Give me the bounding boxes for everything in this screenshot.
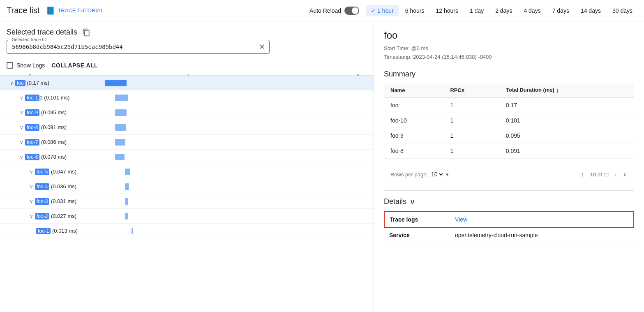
table-row[interactable]: ∨ foo-3 (0.031 ms) [0, 194, 374, 209]
span-bar-container [115, 153, 374, 161]
pagination-nav: 1 – 10 of 11 ‹ › [581, 169, 628, 180]
expand-icon[interactable]: ∨ [20, 139, 23, 145]
row-name: foo-9 [384, 128, 443, 143]
collapse-all-button[interactable]: COLLAPSE ALL [51, 62, 98, 69]
span-bar-container [105, 79, 374, 87]
trace-id-field[interactable]: Selected trace ID 56986b8dcb9845c29d71b5… [7, 40, 270, 54]
row-duration: 0.095 [499, 128, 634, 143]
details-section: Details ∨ Trace logs View Service opente… [384, 190, 634, 243]
trace-span-label: foo-1 (0.013 ms) [33, 226, 132, 236]
table-row[interactable]: ∨ foo-10 (0.101 ms) [0, 90, 374, 105]
span-name: foo-9 (0.095 ms) [25, 109, 67, 116]
show-logs-label: Show Logs [16, 62, 45, 69]
time-btn-12hours[interactable]: 12 hours [431, 5, 463, 16]
table-row[interactable]: foo 1 0.17 [384, 97, 634, 113]
copy-button[interactable] [82, 28, 90, 37]
service-label: Service [384, 227, 450, 243]
trace-span-label: ∨ foo (0.17 ms) [7, 78, 105, 88]
details-title: Details [384, 197, 406, 206]
span-bar [115, 154, 125, 160]
span-bar-container [125, 212, 374, 220]
span-name: foo (0.17 ms) [15, 80, 49, 86]
prev-page-button[interactable]: ‹ [613, 169, 619, 180]
dropdown-arrow-icon: ▾ [446, 171, 449, 178]
time-btn-2days[interactable]: 2 days [490, 5, 517, 16]
table-row[interactable]: ∨ foo-2 (0.027 ms) [0, 209, 374, 224]
trace-logs-label: Trace logs [384, 212, 450, 227]
span-bar [115, 95, 128, 101]
span-bar [115, 124, 126, 131]
expand-icon[interactable]: ∨ [30, 169, 33, 175]
span-bar-container [132, 227, 374, 235]
service-row: Service opentelemetry-cloud-run-sample [384, 227, 634, 243]
col-rpcs: RPCs [443, 83, 499, 98]
span-name: foo-8 (0.091 ms) [25, 124, 67, 130]
time-btn-1day[interactable]: 1 day [465, 5, 489, 16]
span-bar-container [125, 168, 374, 176]
table-row[interactable]: ∨ foo-8 (0.091 ms) [0, 120, 374, 135]
span-bar-container [115, 123, 374, 132]
show-logs-checkbox-label[interactable]: Show Logs [7, 62, 45, 69]
expand-icon[interactable]: ∨ [10, 80, 14, 86]
span-name: foo-3 (0.031 ms) [35, 198, 76, 204]
clear-trace-id-button[interactable]: ✕ [259, 43, 265, 51]
span-name: foo-2 (0.027 ms) [35, 213, 76, 219]
span-bar [125, 198, 128, 205]
table-row[interactable]: ∨ foo-5 (0.047 ms) [0, 164, 374, 179]
trace-span-label: ∨ foo-4 (0.036 ms) [26, 182, 125, 191]
pagination-row: Rows per page: 10 25 50 ▾ 1 – 10 of 11 ‹… [384, 165, 634, 184]
trace-span-label: ∨ foo-7 (0.086 ms) [16, 137, 115, 147]
header: Trace list 📘 TRACE TUTORIAL Auto Reload … [0, 0, 644, 21]
next-page-button[interactable]: › [622, 169, 628, 180]
row-rpcs: 1 [443, 113, 499, 128]
expand-icon[interactable]: ∨ [20, 110, 23, 116]
summary-title: Summary [384, 70, 634, 79]
expand-icon[interactable]: ∨ [20, 125, 23, 130]
time-range-selector: ✓ 1 hour 6 hours 12 hours 1 day 2 days 4… [366, 5, 637, 16]
show-logs-checkbox[interactable] [7, 62, 13, 69]
table-row[interactable]: ∨ foo-9 (0.095 ms) [0, 105, 374, 120]
time-btn-30days[interactable]: 30 days [607, 5, 637, 16]
table-row[interactable]: foo-1 (0.013 ms) [0, 224, 374, 238]
span-name: foo-1 (0.013 ms) [36, 228, 78, 234]
pagination-text: 1 – 10 of 11 [581, 171, 609, 178]
table-row[interactable]: foo-9 1 0.095 [384, 128, 634, 143]
detail-meta: Start Time: @0 ms Timestamp: 2023-04-24 … [384, 44, 634, 62]
timestamp: Timestamp: 2023-04-24 (15:14:46.838) -04… [384, 53, 634, 62]
expand-icon[interactable]: ∨ [30, 184, 33, 190]
rows-per-page-dropdown[interactable]: 10 25 50 [429, 171, 444, 178]
time-btn-7days[interactable]: 7 days [547, 5, 574, 16]
table-row[interactable]: foo-10 1 0.101 [384, 113, 634, 128]
detail-name: foo [384, 30, 634, 41]
trace-logs-row: Trace logs View [384, 212, 634, 227]
time-btn-14days[interactable]: 14 days [576, 5, 606, 16]
expand-icon[interactable]: ∨ [20, 154, 23, 160]
view-link[interactable]: View [455, 216, 467, 223]
expand-icon[interactable]: ∨ [20, 95, 23, 101]
main-content: Selected trace details Selected trace ID… [0, 21, 644, 312]
trace-tutorial-badge[interactable]: 📘 TRACE TUTORIAL [46, 6, 103, 15]
table-row[interactable]: ∨ foo-7 (0.086 ms) [0, 135, 374, 150]
expand-icon[interactable]: ∨ [30, 213, 33, 219]
table-row[interactable]: ∨ foo (0.17 ms) [0, 76, 374, 90]
row-rpcs: 1 [443, 97, 499, 113]
auto-reload-control: Auto Reload [309, 7, 359, 15]
page-title: Trace list [7, 6, 39, 15]
trace-span-label: ∨ foo-8 (0.091 ms) [16, 122, 115, 132]
timeline-container[interactable]: 0 1 2 ∨ foo (0.17 ms) ∨ foo [0, 72, 374, 312]
auto-reload-label: Auto Reload [309, 7, 341, 14]
span-name: foo-4 (0.036 ms) [35, 183, 76, 190]
time-btn-4days[interactable]: 4 days [519, 5, 545, 16]
auto-reload-toggle[interactable] [344, 7, 359, 15]
table-row[interactable]: ∨ foo-4 (0.036 ms) [0, 179, 374, 194]
time-btn-1hour[interactable]: ✓ 1 hour [366, 5, 399, 16]
service-value: opentelemetry-cloud-run-sample [450, 227, 634, 243]
expand-icon[interactable]: ∨ [30, 199, 33, 204]
span-name: foo-5 (0.047 ms) [35, 169, 76, 175]
time-btn-6hours[interactable]: 6 hours [400, 5, 429, 16]
trace-span-label: ∨ foo-2 (0.027 ms) [26, 211, 125, 221]
table-row[interactable]: foo-8 1 0.091 [384, 143, 634, 158]
table-row[interactable]: ∨ foo-6 (0.078 ms) [0, 150, 374, 164]
sort-icon[interactable]: ↓ [556, 87, 559, 94]
details-header[interactable]: Details ∨ [384, 197, 634, 206]
